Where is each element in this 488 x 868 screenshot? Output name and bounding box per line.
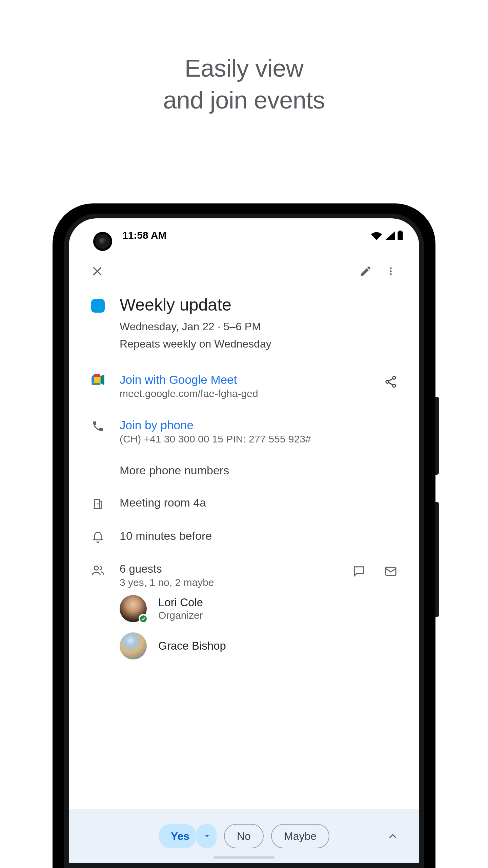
email-guests-button[interactable] — [383, 564, 398, 579]
phone-icon — [92, 420, 104, 433]
join-phone-link[interactable]: Join by phone — [120, 418, 398, 432]
rsvp-yes-options-button[interactable] — [197, 824, 217, 848]
svg-rect-0 — [398, 232, 403, 240]
guest-item[interactable]: Grace Bishop — [120, 632, 398, 659]
toolbar — [69, 252, 419, 289]
svg-point-9 — [393, 384, 395, 387]
join-meet-link[interactable]: Join with Google Meet — [120, 373, 370, 387]
room-icon — [92, 497, 104, 510]
guests-summary[interactable]: 6 guests — [120, 563, 338, 575]
chat-icon — [352, 565, 366, 578]
promo-heading: Easily view and join events — [0, 0, 488, 116]
promo-line-1: Easily view — [0, 53, 488, 84]
event-detail: Weekly update Wednesday, Jan 22 · 5–6 PM… — [69, 289, 419, 659]
guests-breakdown: 3 yes, 1 no, 2 maybe — [120, 577, 338, 588]
promo-line-2: and join events — [0, 84, 488, 116]
close-icon — [91, 265, 103, 277]
rsvp-no-label: No — [237, 830, 251, 843]
guest-role: Organizer — [158, 610, 203, 621]
chevron-down-icon — [203, 832, 211, 840]
svg-line-11 — [389, 383, 393, 385]
rsvp-yes-label: Yes — [171, 830, 189, 843]
google-meet-icon — [91, 374, 105, 385]
rsvp-maybe-button[interactable]: Maybe — [271, 824, 329, 848]
share-icon — [384, 375, 398, 389]
event-recurrence: Repeats weekly on Wednesday — [120, 335, 398, 353]
svg-rect-1 — [399, 231, 402, 232]
status-time: 11:58 AM — [122, 230, 167, 241]
share-button[interactable] — [383, 374, 398, 389]
svg-point-7 — [393, 377, 395, 379]
phone-detail: (CH) +41 30 300 00 15 PIN: 277 555 923# — [120, 433, 398, 445]
location-text[interactable]: Meeting room 4a — [120, 496, 398, 509]
svg-rect-5 — [92, 377, 94, 383]
signal-icon — [385, 231, 395, 240]
more-vert-icon — [386, 265, 396, 278]
svg-point-3 — [390, 270, 392, 272]
event-color-swatch — [91, 299, 105, 313]
status-bar: 11:58 AM — [69, 218, 419, 252]
wifi-icon — [371, 231, 382, 240]
phone-mockup: 11:58 AM — [53, 203, 435, 868]
check-icon — [140, 615, 147, 623]
guest-item[interactable]: Lori Cole Organizer — [120, 595, 398, 622]
rsvp-yes-button[interactable]: Yes — [159, 824, 197, 848]
event-title: Weekly update — [120, 295, 398, 318]
svg-rect-6 — [94, 377, 101, 383]
svg-point-8 — [386, 380, 389, 383]
close-button[interactable] — [90, 264, 105, 279]
edit-button[interactable] — [358, 264, 373, 279]
event-datetime: Wednesday, Jan 22 · 5–6 PM — [120, 318, 398, 335]
rsvp-no-button[interactable]: No — [224, 824, 264, 848]
home-indicator — [214, 856, 274, 859]
mail-icon — [384, 565, 398, 578]
battery-icon — [398, 231, 403, 240]
more-button[interactable] — [383, 264, 398, 279]
bell-icon — [92, 531, 104, 544]
avatar — [120, 632, 147, 659]
camera-hole — [93, 232, 112, 251]
svg-point-4 — [390, 273, 392, 275]
chevron-up-icon — [387, 830, 399, 842]
reminder-text[interactable]: 10 minutes before — [120, 529, 398, 542]
guest-list: Lori Cole Organizer Grace Bishop — [90, 595, 398, 659]
chat-guests-button[interactable] — [351, 564, 366, 579]
people-icon — [91, 564, 105, 577]
guest-name: Grace Bishop — [158, 639, 226, 652]
rsvp-accepted-badge — [139, 614, 148, 624]
svg-line-10 — [389, 379, 393, 381]
guest-name: Lori Cole — [158, 596, 203, 609]
rsvp-bar: Yes No Maybe — [69, 809, 419, 863]
rsvp-collapse-button[interactable] — [385, 829, 400, 844]
meet-url: meet.google.com/fae-fgha-ged — [120, 388, 370, 399]
svg-point-12 — [97, 503, 99, 505]
rsvp-maybe-label: Maybe — [284, 830, 317, 843]
pencil-icon — [359, 265, 372, 278]
more-phone-numbers-link[interactable]: More phone numbers — [120, 464, 229, 477]
svg-point-2 — [390, 268, 392, 270]
